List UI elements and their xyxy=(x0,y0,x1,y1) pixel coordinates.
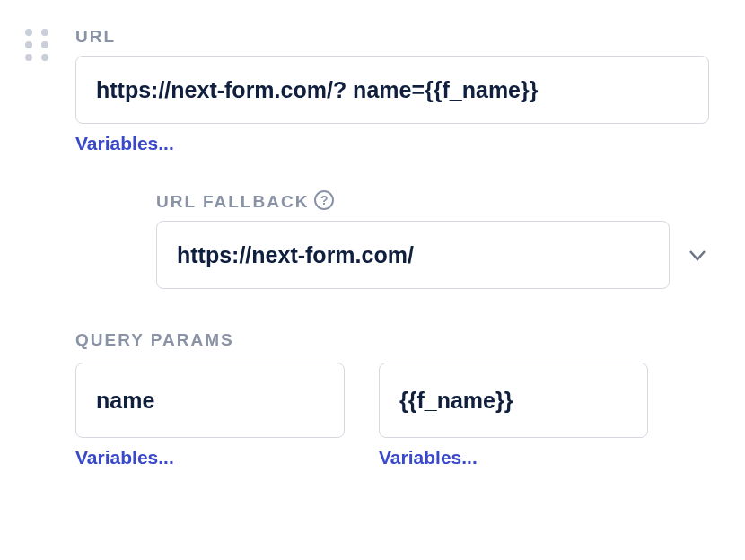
form-config-panel: URL Variables... URL FALLBACK ? QUERY PA… xyxy=(0,0,745,560)
help-icon[interactable]: ? xyxy=(314,190,334,210)
url-fallback-section: URL FALLBACK ? xyxy=(156,192,709,289)
query-params-label: QUERY PARAMS xyxy=(75,330,709,350)
query-param-key-variables-link[interactable]: Variables... xyxy=(75,447,345,468)
chevron-down-icon[interactable] xyxy=(686,243,709,267)
url-fallback-label: URL FALLBACK xyxy=(156,192,309,212)
query-param-key-input[interactable] xyxy=(75,363,345,438)
url-input[interactable] xyxy=(75,56,709,124)
query-param-value-variables-link[interactable]: Variables... xyxy=(379,447,648,468)
drag-handle-icon[interactable] xyxy=(25,29,52,63)
url-fallback-input[interactable] xyxy=(156,221,670,289)
url-label: URL xyxy=(75,27,709,47)
query-param-value-input[interactable] xyxy=(379,363,648,438)
url-section: URL Variables... xyxy=(75,27,709,154)
query-params-section: QUERY PARAMS Variables... Variables... xyxy=(75,330,709,468)
url-variables-link[interactable]: Variables... xyxy=(75,133,174,154)
